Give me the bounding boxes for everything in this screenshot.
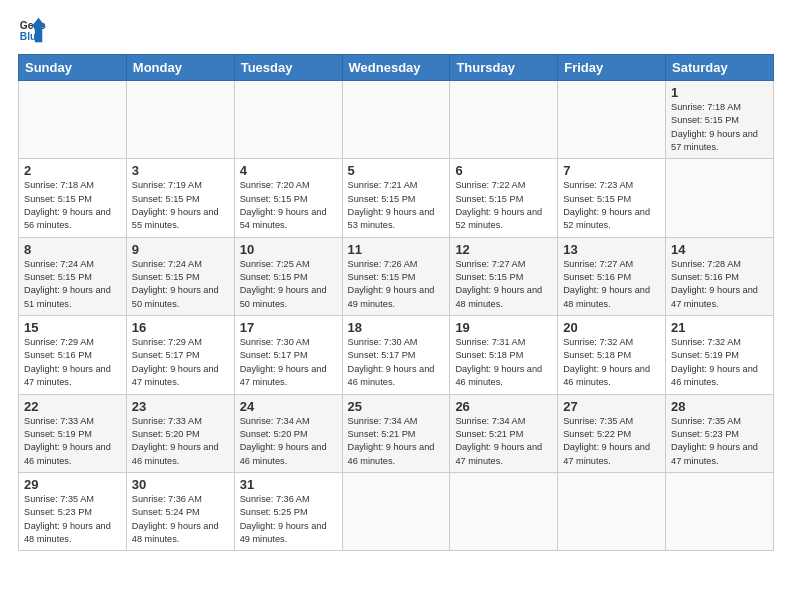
day-cell — [666, 159, 774, 237]
header-cell-tuesday: Tuesday — [234, 55, 342, 81]
day-number: 7 — [563, 163, 660, 178]
day-number: 14 — [671, 242, 768, 257]
calendar-table: SundayMondayTuesdayWednesdayThursdayFrid… — [18, 54, 774, 551]
day-cell: 4 Sunrise: 7:20 AM Sunset: 5:15 PM Dayli… — [234, 159, 342, 237]
day-number: 11 — [348, 242, 445, 257]
day-number: 3 — [132, 163, 229, 178]
day-cell — [126, 81, 234, 159]
header-cell-monday: Monday — [126, 55, 234, 81]
day-info: Sunrise: 7:24 AM Sunset: 5:15 PM Dayligh… — [24, 258, 121, 311]
day-info: Sunrise: 7:18 AM Sunset: 5:15 PM Dayligh… — [24, 179, 121, 232]
week-row-3: 8 Sunrise: 7:24 AM Sunset: 5:15 PM Dayli… — [19, 237, 774, 315]
day-cell: 13 Sunrise: 7:27 AM Sunset: 5:16 PM Dayl… — [558, 237, 666, 315]
day-info: Sunrise: 7:35 AM Sunset: 5:23 PM Dayligh… — [671, 415, 768, 468]
day-info: Sunrise: 7:23 AM Sunset: 5:15 PM Dayligh… — [563, 179, 660, 232]
day-cell: 14 Sunrise: 7:28 AM Sunset: 5:16 PM Dayl… — [666, 237, 774, 315]
day-number: 15 — [24, 320, 121, 335]
day-cell: 17 Sunrise: 7:30 AM Sunset: 5:17 PM Dayl… — [234, 316, 342, 394]
day-cell — [450, 81, 558, 159]
day-info: Sunrise: 7:24 AM Sunset: 5:15 PM Dayligh… — [132, 258, 229, 311]
day-cell: 8 Sunrise: 7:24 AM Sunset: 5:15 PM Dayli… — [19, 237, 127, 315]
day-cell — [342, 81, 450, 159]
header-cell-thursday: Thursday — [450, 55, 558, 81]
day-cell: 1 Sunrise: 7:18 AM Sunset: 5:15 PM Dayli… — [666, 81, 774, 159]
day-cell: 11 Sunrise: 7:26 AM Sunset: 5:15 PM Dayl… — [342, 237, 450, 315]
day-info: Sunrise: 7:33 AM Sunset: 5:19 PM Dayligh… — [24, 415, 121, 468]
day-number: 17 — [240, 320, 337, 335]
day-number: 24 — [240, 399, 337, 414]
day-cell: 2 Sunrise: 7:18 AM Sunset: 5:15 PM Dayli… — [19, 159, 127, 237]
day-cell — [666, 472, 774, 550]
day-cell: 20 Sunrise: 7:32 AM Sunset: 5:18 PM Dayl… — [558, 316, 666, 394]
day-cell: 21 Sunrise: 7:32 AM Sunset: 5:19 PM Dayl… — [666, 316, 774, 394]
day-cell: 16 Sunrise: 7:29 AM Sunset: 5:17 PM Dayl… — [126, 316, 234, 394]
day-info: Sunrise: 7:35 AM Sunset: 5:22 PM Dayligh… — [563, 415, 660, 468]
day-number: 26 — [455, 399, 552, 414]
day-number: 12 — [455, 242, 552, 257]
day-info: Sunrise: 7:21 AM Sunset: 5:15 PM Dayligh… — [348, 179, 445, 232]
day-number: 2 — [24, 163, 121, 178]
day-cell: 31 Sunrise: 7:36 AM Sunset: 5:25 PM Dayl… — [234, 472, 342, 550]
day-info: Sunrise: 7:29 AM Sunset: 5:16 PM Dayligh… — [24, 336, 121, 389]
day-number: 4 — [240, 163, 337, 178]
day-info: Sunrise: 7:27 AM Sunset: 5:16 PM Dayligh… — [563, 258, 660, 311]
day-number: 8 — [24, 242, 121, 257]
day-info: Sunrise: 7:35 AM Sunset: 5:23 PM Dayligh… — [24, 493, 121, 546]
day-info: Sunrise: 7:33 AM Sunset: 5:20 PM Dayligh… — [132, 415, 229, 468]
day-cell: 25 Sunrise: 7:34 AM Sunset: 5:21 PM Dayl… — [342, 394, 450, 472]
day-info: Sunrise: 7:19 AM Sunset: 5:15 PM Dayligh… — [132, 179, 229, 232]
logo-icon: General Blue — [18, 16, 46, 44]
day-info: Sunrise: 7:30 AM Sunset: 5:17 PM Dayligh… — [240, 336, 337, 389]
logo: General Blue — [18, 16, 46, 44]
page-header: General Blue — [18, 16, 774, 44]
day-info: Sunrise: 7:22 AM Sunset: 5:15 PM Dayligh… — [455, 179, 552, 232]
day-cell — [450, 472, 558, 550]
day-number: 31 — [240, 477, 337, 492]
day-number: 28 — [671, 399, 768, 414]
day-number: 23 — [132, 399, 229, 414]
day-cell: 28 Sunrise: 7:35 AM Sunset: 5:23 PM Dayl… — [666, 394, 774, 472]
day-number: 10 — [240, 242, 337, 257]
day-info: Sunrise: 7:30 AM Sunset: 5:17 PM Dayligh… — [348, 336, 445, 389]
day-number: 13 — [563, 242, 660, 257]
week-row-2: 2 Sunrise: 7:18 AM Sunset: 5:15 PM Dayli… — [19, 159, 774, 237]
header-cell-sunday: Sunday — [19, 55, 127, 81]
header-cell-saturday: Saturday — [666, 55, 774, 81]
day-info: Sunrise: 7:36 AM Sunset: 5:24 PM Dayligh… — [132, 493, 229, 546]
day-number: 6 — [455, 163, 552, 178]
day-cell: 18 Sunrise: 7:30 AM Sunset: 5:17 PM Dayl… — [342, 316, 450, 394]
day-info: Sunrise: 7:27 AM Sunset: 5:15 PM Dayligh… — [455, 258, 552, 311]
day-cell — [558, 472, 666, 550]
day-number: 16 — [132, 320, 229, 335]
day-cell: 22 Sunrise: 7:33 AM Sunset: 5:19 PM Dayl… — [19, 394, 127, 472]
day-info: Sunrise: 7:32 AM Sunset: 5:18 PM Dayligh… — [563, 336, 660, 389]
day-cell: 15 Sunrise: 7:29 AM Sunset: 5:16 PM Dayl… — [19, 316, 127, 394]
day-cell: 19 Sunrise: 7:31 AM Sunset: 5:18 PM Dayl… — [450, 316, 558, 394]
day-info: Sunrise: 7:28 AM Sunset: 5:16 PM Dayligh… — [671, 258, 768, 311]
day-info: Sunrise: 7:34 AM Sunset: 5:20 PM Dayligh… — [240, 415, 337, 468]
day-info: Sunrise: 7:31 AM Sunset: 5:18 PM Dayligh… — [455, 336, 552, 389]
day-number: 25 — [348, 399, 445, 414]
day-info: Sunrise: 7:25 AM Sunset: 5:15 PM Dayligh… — [240, 258, 337, 311]
week-row-1: 1 Sunrise: 7:18 AM Sunset: 5:15 PM Dayli… — [19, 81, 774, 159]
day-info: Sunrise: 7:34 AM Sunset: 5:21 PM Dayligh… — [455, 415, 552, 468]
day-cell: 10 Sunrise: 7:25 AM Sunset: 5:15 PM Dayl… — [234, 237, 342, 315]
header-row: SundayMondayTuesdayWednesdayThursdayFrid… — [19, 55, 774, 81]
day-number: 22 — [24, 399, 121, 414]
day-cell: 7 Sunrise: 7:23 AM Sunset: 5:15 PM Dayli… — [558, 159, 666, 237]
day-cell — [342, 472, 450, 550]
day-info: Sunrise: 7:29 AM Sunset: 5:17 PM Dayligh… — [132, 336, 229, 389]
day-cell: 6 Sunrise: 7:22 AM Sunset: 5:15 PM Dayli… — [450, 159, 558, 237]
day-number: 18 — [348, 320, 445, 335]
day-cell: 24 Sunrise: 7:34 AM Sunset: 5:20 PM Dayl… — [234, 394, 342, 472]
day-info: Sunrise: 7:26 AM Sunset: 5:15 PM Dayligh… — [348, 258, 445, 311]
day-cell: 27 Sunrise: 7:35 AM Sunset: 5:22 PM Dayl… — [558, 394, 666, 472]
day-cell: 26 Sunrise: 7:34 AM Sunset: 5:21 PM Dayl… — [450, 394, 558, 472]
day-cell: 3 Sunrise: 7:19 AM Sunset: 5:15 PM Dayli… — [126, 159, 234, 237]
day-cell: 23 Sunrise: 7:33 AM Sunset: 5:20 PM Dayl… — [126, 394, 234, 472]
day-number: 27 — [563, 399, 660, 414]
week-row-4: 15 Sunrise: 7:29 AM Sunset: 5:16 PM Dayl… — [19, 316, 774, 394]
day-info: Sunrise: 7:32 AM Sunset: 5:19 PM Dayligh… — [671, 336, 768, 389]
day-number: 19 — [455, 320, 552, 335]
day-cell — [558, 81, 666, 159]
